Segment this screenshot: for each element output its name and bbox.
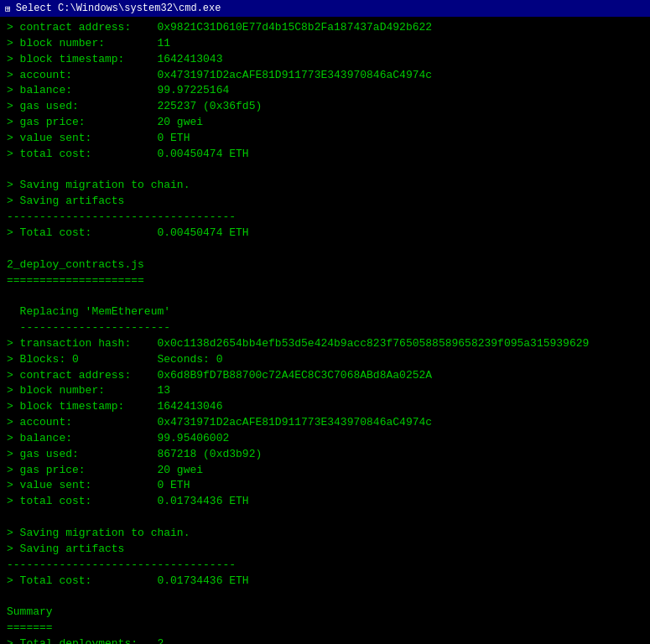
- terminal-line: > block number: 11: [7, 36, 643, 52]
- terminal-line: > contract address: 0x9821C31D610E77d4b1…: [7, 20, 643, 36]
- terminal-line: =====================: [7, 273, 643, 289]
- terminal-line: [7, 163, 643, 179]
- terminal-line: > balance: 99.95406002: [7, 431, 643, 447]
- terminal-line: -----------------------: [7, 320, 643, 336]
- terminal-line: > Total cost: 0.01734436 ETH: [7, 574, 643, 589]
- terminal-line: > block number: 13: [7, 383, 643, 399]
- terminal-line: > transaction hash: 0x0c1138d2654bb4efb5…: [7, 336, 643, 352]
- terminal-line: > gas used: 867218 (0xd3b92): [7, 447, 643, 463]
- terminal-content: > contract address: 0x9821C31D610E77d4b1…: [0, 17, 650, 644]
- terminal-line: > account: 0x4731971D2acAFE81D911773E343…: [7, 415, 643, 431]
- terminal-line: > total cost: 0.00450474 ETH: [7, 147, 643, 163]
- title-bar-title: Select C:\Windows\system32\cmd.exe: [16, 3, 221, 14]
- terminal-line: > block timestamp: 1642413046: [7, 399, 643, 415]
- terminal-line: =======: [7, 621, 643, 636]
- terminal-line: Summary: [7, 605, 643, 621]
- terminal-line: [7, 288, 643, 304]
- terminal-line: > gas price: 20 gwei: [7, 115, 643, 131]
- terminal-line: > value sent: 0 ETH: [7, 131, 643, 147]
- title-bar-icon: ⊞: [5, 3, 11, 14]
- terminal-line: > Blocks: 0 Seconds: 0: [7, 352, 643, 368]
- terminal-line: > contract address: 0x6d8B9fD7B88700c72A…: [7, 368, 643, 384]
- terminal-line: > balance: 99.97225164: [7, 83, 643, 99]
- terminal-line: > Total cost: 0.00450474 ETH: [7, 226, 643, 242]
- terminal-line: 2_deploy_contracts.js: [7, 257, 643, 273]
- title-bar: ⊞ Select C:\Windows\system32\cmd.exe: [0, 0, 650, 17]
- terminal-line: -----------------------------------: [7, 210, 643, 226]
- terminal-line: [7, 589, 643, 605]
- terminal-line: [7, 510, 643, 526]
- terminal-line: > Saving artifacts: [7, 194, 643, 210]
- terminal-line: > total cost: 0.01734436 ETH: [7, 494, 643, 510]
- terminal-line: > block timestamp: 1642413043: [7, 52, 643, 68]
- terminal-line: > account: 0x4731971D2acAFE81D911773E343…: [7, 68, 643, 84]
- terminal-line: > value sent: 0 ETH: [7, 478, 643, 494]
- terminal-line: [7, 242, 643, 257]
- terminal-line: > gas price: 20 gwei: [7, 463, 643, 479]
- terminal-line: -----------------------------------: [7, 558, 643, 574]
- terminal-line: Replacing 'MemEthereum': [7, 304, 643, 320]
- terminal-line: > gas used: 225237 (0x36fd5): [7, 99, 643, 115]
- terminal-line: > Total deployments: 2: [7, 636, 643, 644]
- terminal-line: > Saving migration to chain.: [7, 526, 643, 542]
- terminal-line: > Saving artifacts: [7, 542, 643, 558]
- terminal-line: > Saving migration to chain.: [7, 178, 643, 194]
